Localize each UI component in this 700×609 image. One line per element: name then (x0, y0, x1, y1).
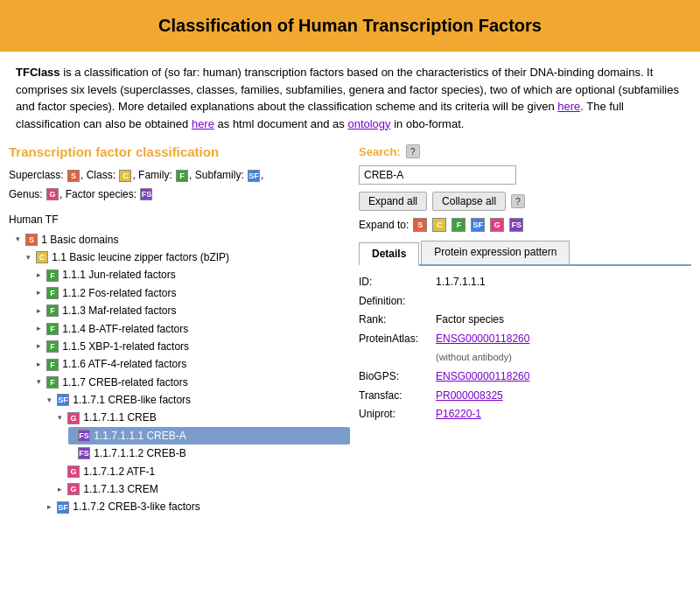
arrow-116[interactable] (37, 358, 46, 371)
arrow-112[interactable] (37, 286, 46, 299)
collapse-all-button[interactable]: Collapse all (432, 192, 506, 211)
search-help-icon[interactable]: ? (406, 144, 420, 158)
here-link-2[interactable]: here (192, 117, 214, 130)
class-icon: C (119, 170, 131, 182)
left-panel: Transcription factor classification Supe… (9, 144, 350, 516)
list-item[interactable]: FS 1.1.7.1.1.2 CREB-B (68, 444, 350, 462)
classification-title: Transcription factor classification (9, 144, 350, 159)
tab-protein-expression[interactable]: Protein expression pattern (421, 241, 570, 264)
arrow-114[interactable] (37, 322, 46, 335)
icon-111: F (46, 270, 59, 282)
icon-11711: G (67, 412, 80, 424)
list-item[interactable]: F 1.1.2 Fos-related factors (37, 284, 350, 302)
list-item[interactable]: G 1.1.7.1.3 CREM (58, 480, 350, 498)
arrow-11711[interactable] (58, 411, 66, 424)
icon-117111: FS (78, 430, 90, 442)
factor-icon: FS (140, 188, 152, 200)
list-item[interactable]: F 1.1.5 XBP-1-related factors (37, 338, 350, 355)
superclass-icon: S (67, 170, 80, 182)
biogps-key: BioGPS: (359, 368, 429, 387)
icon-115: F (46, 340, 59, 353)
arrow-1171[interactable] (47, 394, 56, 407)
arrow-11713[interactable] (58, 483, 66, 496)
tfclass-term: TFClass (16, 66, 60, 79)
search-input[interactable] (359, 165, 516, 185)
uniprot-key: Uniprot: (359, 405, 429, 424)
arrow-117[interactable] (37, 375, 46, 388)
icon-11712: G (67, 466, 80, 478)
icon-114: F (46, 323, 59, 335)
icon-116: F (46, 359, 59, 371)
search-label: Search: (359, 145, 401, 158)
protein-atlas-key: ProteinAtlas: (359, 330, 429, 368)
genus-label: Genus: (9, 188, 46, 200)
icon-117112: FS (78, 447, 90, 459)
details-panel: ID: 1.1.7.1.1.1 Definition: Rank: Factor… (359, 273, 691, 424)
arrow-2[interactable] (26, 251, 35, 264)
here-link-1[interactable]: here (557, 100, 580, 113)
id-value: 1.1.7.1.1.1 (436, 273, 486, 292)
transfac-link[interactable]: PR000008325 (436, 389, 503, 402)
expand-all-button[interactable]: Expand all (359, 192, 427, 211)
transfac-key: Transfac: (359, 387, 429, 406)
page-title: Classification of Human Transcription Fa… (158, 16, 542, 35)
help-button[interactable]: ? (511, 194, 525, 208)
rank-key: Rank: (359, 311, 429, 330)
tab-details[interactable]: Details (359, 242, 419, 266)
definition-key: Definition: (359, 292, 429, 312)
list-item[interactable]: F 1.1.4 B-ATF-related factors (37, 320, 350, 338)
family-icon: F (176, 170, 188, 182)
subfamily-label: Subfamily: (195, 169, 247, 181)
list-item[interactable]: C 1.1 Basic leucine zipper factors (bZIP… (26, 248, 350, 266)
list-item[interactable]: S 1 Basic domains (16, 231, 350, 248)
expand-to-fs-icon[interactable]: FS (509, 218, 523, 232)
icon-112: F (46, 287, 59, 299)
protein-atlas-note: (without antibody) (436, 352, 512, 362)
uniprot-link[interactable]: P16220-1 (436, 408, 481, 420)
expand-to-g-icon[interactable]: G (490, 218, 504, 232)
rank-value: Factor species (436, 311, 504, 330)
expand-to-f-icon[interactable]: F (452, 218, 466, 232)
arrow-1[interactable] (16, 233, 24, 246)
expand-to-label: Expand to: (359, 219, 409, 231)
superclass-label: Superclass: (9, 169, 66, 181)
genus-icon: G (46, 188, 59, 200)
id-key: ID: (359, 273, 429, 292)
protein-atlas-link[interactable]: ENSG00000118260 (436, 332, 529, 345)
expand-to-sf-icon[interactable]: SF (471, 218, 485, 232)
expand-to-s-icon[interactable]: S (413, 218, 427, 232)
arrow-115[interactable] (37, 340, 46, 353)
expand-to-c-icon[interactable]: C (432, 218, 446, 232)
list-item[interactable]: F 1.1.7 CREB-related factors (37, 374, 350, 391)
factor-label: Factor species: (66, 188, 140, 200)
icon-1172: SF (57, 501, 69, 514)
family-label: Family: (138, 169, 175, 181)
arrow-113[interactable] (37, 304, 46, 318)
list-item[interactable]: F 1.1.3 Maf-related factors (37, 302, 350, 319)
icon-1171: SF (57, 394, 69, 406)
intro-section: TFClass is a classification of (so far: … (0, 52, 700, 141)
right-panel: Search: ? Expand all Collapse all ? Expa… (359, 144, 691, 516)
legend: Superclass: S, Class: C, Family: F, Subf… (9, 166, 350, 204)
page-header: Classification of Human Transcription Fa… (0, 0, 700, 52)
ontology-link[interactable]: ontology (347, 117, 390, 130)
biogps-link[interactable]: ENSG00000118260 (436, 370, 529, 382)
tree-area: Human TF S 1 Basic domains C 1.1 Basic l… (9, 211, 350, 516)
icon-117: F (46, 376, 59, 388)
list-item[interactable]: F 1.1.6 ATF-4-related factors (37, 355, 350, 373)
subfamily-icon: SF (248, 170, 260, 182)
list-item[interactable]: SF 1.1.7.2 CREB-3-like factors (47, 498, 350, 515)
list-item[interactable]: G 1.1.7.1.2 ATF-1 (58, 463, 350, 480)
class-label: Class: (87, 169, 119, 181)
icon-bzip: C (36, 251, 48, 263)
tree-root: Human TF (9, 211, 350, 228)
icon-113: F (46, 304, 59, 317)
list-item[interactable]: SF 1.1.7.1 CREB-like factors (47, 391, 350, 409)
list-item[interactable]: G 1.1.7.1.1 CREB (58, 409, 350, 426)
arrow-111[interactable] (37, 269, 46, 282)
icon-basic-domains: S (25, 234, 38, 246)
list-item[interactable]: FS 1.1.7.1.1.1 CREB-A (68, 427, 350, 444)
list-item[interactable]: F 1.1.1 Jun-related factors (37, 266, 350, 284)
icon-11713: G (67, 483, 80, 495)
arrow-1172[interactable] (47, 500, 56, 514)
